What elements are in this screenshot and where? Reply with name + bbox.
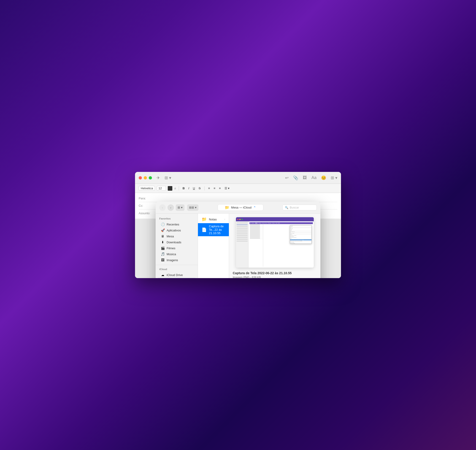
mini-dd-sep1 — [290, 227, 311, 228]
more-icon[interactable]: ⊞ ▾ — [331, 175, 337, 180]
mini-menu-ajuda: Ajuda — [278, 223, 280, 224]
mesa-fav-icon: 🖥 — [161, 234, 165, 238]
forward-button[interactable]: › — [168, 204, 174, 211]
mini-menu-visualizar: Visualizar — [258, 223, 261, 224]
mini-dd-sep5 — [290, 239, 311, 239]
mini-menu-janela: Janela — [276, 223, 278, 224]
sidebar-item-imagens[interactable]: 🖼 Imagens — [157, 257, 196, 263]
bold-button[interactable]: B — [182, 186, 186, 190]
mini-dd-sep4 — [290, 234, 311, 234]
mini-sidebar-r6 — [237, 231, 248, 232]
location-text: Mesa — iCloud — [231, 206, 252, 209]
mini-dd-sep2 — [290, 231, 311, 231]
search-box[interactable]: 🔍 Buscar — [282, 205, 317, 210]
back-button[interactable]: ‹ — [159, 204, 166, 211]
filmes-icon: 🎬 — [161, 246, 165, 250]
mini-menu-editar: Editar — [255, 223, 258, 224]
minimize-button[interactable] — [144, 176, 147, 179]
imagens-label: Imagens — [167, 258, 178, 262]
mini-screenshot-content: Mail Arquivo Editar Visualizar Caixa de … — [236, 217, 314, 267]
strikethrough-button[interactable]: S — [198, 186, 202, 190]
filmes-label: Filmes — [167, 247, 175, 250]
location-bar: 📁 Mesa — iCloud ⌃ — [200, 204, 281, 211]
mini-content: Mail Arquivo Editar Visualizar Caixa de … — [236, 221, 314, 267]
cc-label: Cc: — [139, 204, 153, 207]
sidebar-item-icloud-drive[interactable]: ☁ iCloud Drive — [157, 272, 196, 278]
divider-1 — [179, 186, 179, 190]
format-bar: Helvetica 12 a B I U S ≡ ≡ ≡ ☰ ▾ — [135, 184, 341, 193]
mini-lr13 — [249, 238, 263, 239]
mini-lt2 — [250, 225, 260, 226]
sidebar-divider — [156, 265, 198, 265]
mini-dd-r2: Refazer — [290, 226, 311, 227]
send-icon[interactable]: ✈ — [157, 175, 160, 180]
mini-sidebar-r5 — [237, 230, 248, 231]
mini-lt13 — [250, 238, 260, 238]
mini-close — [237, 219, 238, 220]
aplicativos-label: Aplicativos — [167, 229, 181, 232]
downloads-icon: ⬇ — [161, 240, 165, 244]
imagens-icon: 🖼 — [161, 258, 165, 262]
attach-icon[interactable]: 📎 — [293, 175, 298, 180]
preview-filename: Captura de Tela 2022-06-22 às 21.10.55 — [233, 271, 317, 275]
mini-dd-sep6 — [290, 242, 311, 242]
underline-button[interactable]: U — [192, 186, 196, 190]
emoji-icon[interactable]: 😊 — [321, 175, 326, 180]
sidebar-item-downloads[interactable]: ⬇ Downloads — [157, 239, 196, 245]
toolbar-icons: ✈ ⊞ ▾ ↩ 📎 🖼 Aa 😊 ⊞ ▾ — [157, 175, 337, 180]
reply-icon[interactable]: ↩ — [285, 175, 288, 180]
mini-lt6 — [250, 230, 260, 231]
mini-main: Mail Arquivo Editar Visualizar Caixa de … — [248, 221, 314, 267]
mesa-fav-label: Mesa — [167, 235, 174, 238]
sidebar-item-aplicativos[interactable]: 🚀 Aplicativos — [157, 227, 196, 233]
recentes-label: Recentes — [167, 223, 179, 226]
view-icon[interactable]: ⊞ ▾ — [165, 175, 171, 180]
to-field-row: Para: — [139, 195, 337, 202]
mini-menu-format: Formatar — [272, 223, 275, 224]
close-button[interactable] — [139, 176, 142, 179]
mini-lt4 — [250, 228, 260, 228]
align-center-icon[interactable]: ≡ — [213, 186, 216, 190]
aplicativos-icon: 🚀 — [161, 228, 165, 232]
font-size-selector[interactable]: 12 — [157, 186, 166, 191]
mini-body: Desfazer Refazer Recortar Copiar Colar S… — [249, 224, 313, 267]
mini-dd-r12: Fala — [290, 238, 311, 239]
captura-file-icon: 📄 — [202, 227, 207, 232]
view-toggle-grid[interactable]: ⊞⊞ ▾ — [187, 204, 198, 211]
font-icon[interactable]: Aa — [311, 175, 317, 180]
to-label: Para: — [139, 197, 153, 200]
mini-lt11 — [250, 236, 260, 236]
sidebar-item-recentes[interactable]: 🕐 Recentes — [157, 221, 196, 227]
mini-sidebar-r1 — [237, 222, 248, 223]
location-pill[interactable]: 📁 Mesa — iCloud ⌃ — [218, 204, 263, 211]
mini-dd-r5: Colar — [290, 230, 311, 231]
style-icon: a — [174, 187, 176, 190]
musica-label: Música — [167, 253, 176, 256]
divider-2 — [204, 186, 205, 190]
view-toggle-columns[interactable]: ⊞ ▾ — [176, 204, 184, 211]
favorites-label: Favoritos — [156, 216, 198, 221]
color-picker[interactable] — [168, 186, 172, 191]
file-item-notas[interactable]: 📁 Notas › — [198, 215, 229, 223]
sidebar-item-mesa-icloud[interactable]: 🖥 Mesa — [157, 278, 196, 278]
grid-arrow: ▾ — [195, 206, 197, 209]
mini-sidebar — [236, 221, 248, 267]
sidebar-item-musica[interactable]: 🎵 Música — [157, 251, 196, 257]
location-folder-icon: 📁 — [225, 205, 229, 210]
file-item-captura[interactable]: 📄 Captura de Te...22 às 21.10.55 — [198, 223, 229, 236]
sidebar-item-mesa-fav[interactable]: 🖥 Mesa — [157, 233, 196, 239]
mini-lt12 — [250, 237, 260, 237]
align-left-icon[interactable]: ≡ — [207, 186, 211, 190]
mini-topbar — [236, 217, 314, 221]
maximize-button[interactable] — [149, 176, 152, 179]
notas-arrow: › — [224, 218, 225, 221]
grid-icon: ⊞⊞ — [189, 206, 194, 209]
sidebar-item-filmes[interactable]: 🎬 Filmes — [157, 245, 196, 251]
list-icon[interactable]: ☰ ▾ — [223, 186, 231, 190]
dialog-sidebar: Favoritos 🕐 Recentes 🚀 Aplicativos 🖥 Mes… — [156, 213, 198, 278]
italic-button[interactable]: I — [188, 186, 190, 190]
font-selector[interactable]: Helvetica — [139, 186, 155, 191]
photo-icon[interactable]: 🖼 — [303, 175, 307, 180]
align-right-icon[interactable]: ≡ — [218, 186, 222, 190]
traffic-lights — [139, 176, 152, 179]
